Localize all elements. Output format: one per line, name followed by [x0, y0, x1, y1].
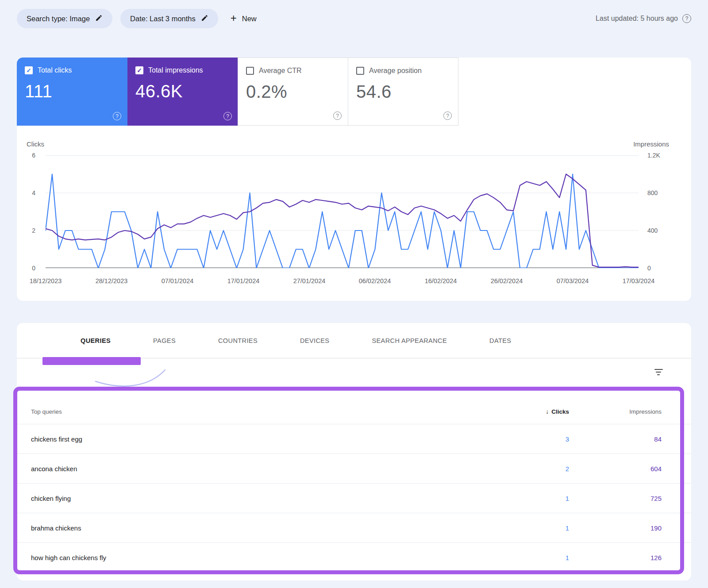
curved-arrow-annotation	[92, 366, 169, 392]
plus-icon: +	[231, 13, 237, 23]
clicks-axis-caption: Clicks	[27, 140, 44, 148]
tab-countries[interactable]: COUNTRIES	[197, 323, 279, 358]
impressions-cell: 84	[569, 435, 662, 443]
impressions-axis-caption: Impressions	[633, 140, 669, 148]
metric-tile-average-position[interactable]: Average position 54.6 ?	[348, 58, 458, 126]
x-axis-label: 16/02/2024	[414, 277, 467, 284]
clicks-column-header[interactable]: ↓Clicks	[489, 408, 569, 415]
impressions-cell: 190	[569, 524, 662, 532]
query-cell: ancona chicken	[31, 465, 489, 473]
filter-icon[interactable]	[653, 368, 664, 378]
clicks-cell: 2	[489, 465, 569, 473]
y-axis-tick-left: 0	[17, 265, 35, 272]
impressions-cell: 604	[569, 465, 662, 473]
search-type-chip-label: Search type: Image	[27, 15, 90, 23]
metric-label: Average CTR	[259, 67, 302, 75]
query-cell: how high can chickens fly	[31, 554, 489, 561]
impressions-column-header[interactable]: Impressions	[569, 408, 662, 415]
clicks-line	[46, 174, 639, 269]
metric-value: 0.2%	[246, 82, 340, 102]
last-updated-area: Last updated: 5 hours ago ?	[596, 14, 691, 23]
performance-chart: Clicks Impressions 6 4 2 0 1.2K 800 400 …	[17, 126, 691, 301]
clicks-cell: 1	[489, 524, 569, 532]
metric-tile-header: ✓ Total impressions	[135, 66, 230, 74]
clicks-cell: 3	[489, 435, 569, 443]
metric-value: 111	[25, 81, 119, 101]
sort-descending-icon: ↓	[546, 408, 549, 415]
tab-dates[interactable]: DATES	[468, 323, 532, 358]
y-axis-tick-left: 2	[17, 227, 35, 234]
table-header-row: Top queries ↓Clicks Impressions	[17, 399, 691, 424]
y-axis-tick-right: 0	[647, 265, 678, 272]
y-axis-tick-right: 1.2K	[647, 152, 678, 159]
table-row[interactable]: ancona chicken 2 604	[17, 453, 691, 483]
dimension-table-card: QUERIES PAGES COUNTRIES DEVICES SEARCH A…	[17, 323, 691, 580]
date-range-chip-label: Date: Last 3 months	[130, 15, 196, 23]
tab-search-appearance[interactable]: SEARCH APPEARANCE	[350, 323, 468, 358]
x-axis-label: 17/03/2024	[612, 277, 665, 284]
last-updated-text: Last updated: 5 hours ago	[596, 15, 678, 23]
x-axis-label: 07/01/2024	[151, 277, 204, 284]
x-axis-label: 06/02/2024	[348, 277, 401, 284]
y-axis-tick-right: 400	[647, 227, 678, 234]
tab-devices[interactable]: DEVICES	[279, 323, 350, 358]
metric-tile-header: ✓ Total clicks	[25, 66, 119, 74]
metric-value: 54.6	[356, 82, 450, 102]
new-button-label: New	[242, 15, 257, 23]
impressions-cell: 725	[569, 495, 662, 502]
checkbox-unchecked-icon[interactable]	[246, 67, 254, 75]
checkbox-unchecked-icon[interactable]	[356, 67, 364, 75]
metric-label: Total impressions	[148, 66, 203, 74]
y-axis-tick-left: 6	[17, 152, 35, 159]
metric-value: 46.6K	[135, 81, 230, 101]
top-bar: Search type: Image Date: Last 3 months +…	[17, 9, 691, 28]
search-console-performance-page: Search type: Image Date: Last 3 months +…	[0, 0, 708, 580]
top-queries-table: Top queries ↓Clicks Impressions chickens…	[17, 399, 691, 572]
x-axis-label: 17/01/2024	[217, 277, 270, 284]
table-row[interactable]: brahma chickens 1 190	[17, 513, 691, 542]
x-axis-label: 26/02/2024	[480, 277, 533, 284]
clicks-cell: 1	[489, 495, 569, 502]
queries-highlight-annotation	[42, 357, 141, 365]
help-icon[interactable]: ?	[113, 112, 121, 120]
tab-pages[interactable]: PAGES	[132, 323, 197, 358]
x-axis-label: 07/03/2024	[546, 277, 599, 284]
metric-tile-average-ctr[interactable]: Average CTR 0.2% ?	[238, 58, 348, 126]
metric-label: Average position	[369, 67, 422, 75]
top-queries-column-header: Top queries	[31, 408, 489, 415]
help-icon[interactable]: ?	[682, 14, 691, 23]
metric-tile-total-impressions[interactable]: ✓ Total impressions 46.6K ?	[127, 58, 238, 126]
metric-tile-header: Average CTR	[246, 67, 340, 75]
chart-plot-area	[46, 155, 639, 268]
query-cell: chicken flying	[31, 495, 489, 502]
help-icon[interactable]: ?	[443, 111, 452, 120]
checkbox-checked-icon[interactable]: ✓	[25, 66, 33, 74]
query-cell: brahma chickens	[31, 524, 489, 532]
search-type-chip[interactable]: Search type: Image	[17, 9, 112, 28]
table-row[interactable]: chickens first egg 3 84	[17, 424, 691, 453]
impressions-line	[46, 174, 639, 267]
chart-svg	[46, 155, 639, 268]
x-axis-label: 27/01/2024	[283, 277, 336, 284]
table-row[interactable]: how high can chickens fly 1 126	[17, 542, 691, 572]
checkbox-checked-icon[interactable]: ✓	[135, 66, 143, 74]
impressions-cell: 126	[569, 554, 662, 561]
query-cell: chickens first egg	[31, 435, 489, 443]
dimension-tabs: QUERIES PAGES COUNTRIES DEVICES SEARCH A…	[17, 323, 691, 358]
metric-tile-total-clicks[interactable]: ✓ Total clicks 111 ?	[17, 58, 127, 126]
tab-queries[interactable]: QUERIES	[59, 323, 132, 358]
help-icon[interactable]: ?	[333, 111, 342, 120]
metric-tiles: ✓ Total clicks 111 ? ✓ Total impressions…	[17, 58, 691, 126]
x-axis-label: 28/12/2023	[85, 277, 138, 284]
new-filter-button[interactable]: + New	[226, 9, 261, 28]
clicks-cell: 1	[489, 554, 569, 561]
table-row[interactable]: chicken flying 1 725	[17, 483, 691, 513]
y-axis-tick-right: 800	[647, 189, 678, 196]
metric-tile-header: Average position	[356, 67, 450, 75]
performance-summary-card: ✓ Total clicks 111 ? ✓ Total impressions…	[17, 58, 691, 301]
y-axis-tick-left: 4	[17, 189, 35, 196]
pencil-icon	[95, 14, 103, 23]
help-icon[interactable]: ?	[223, 112, 232, 120]
x-axis-label: 18/12/2023	[19, 277, 72, 284]
date-range-chip[interactable]: Date: Last 3 months	[120, 9, 218, 28]
